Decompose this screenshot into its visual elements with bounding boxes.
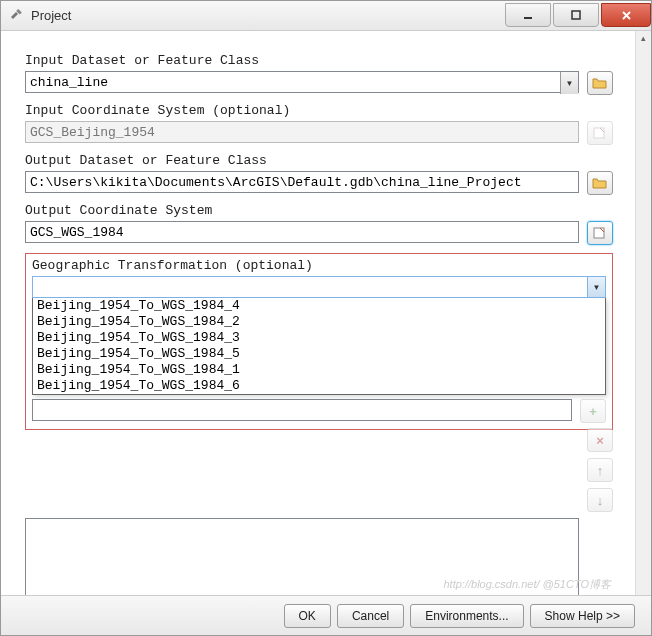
input-dataset-label: Input Dataset or Feature Class: [25, 53, 613, 68]
transform-selected-list[interactable]: [32, 399, 572, 421]
arrow-down-icon: ↓: [597, 493, 604, 508]
chevron-down-icon[interactable]: ▼: [587, 277, 605, 297]
input-cs-label: Input Coordinate System (optional): [25, 103, 613, 118]
dropdown-option[interactable]: Beijing_1954_To_WGS_1984_6: [33, 378, 605, 394]
dropdown-option[interactable]: Beijing_1954_To_WGS_1984_1: [33, 362, 605, 378]
close-button[interactable]: [601, 3, 651, 27]
folder-open-icon: [592, 76, 608, 90]
svg-rect-2: [572, 11, 580, 19]
show-help-button[interactable]: Show Help >>: [530, 604, 635, 628]
output-cs-field[interactable]: [25, 221, 579, 243]
geo-transform-combo[interactable]: ▼ Beijing_1954_To_WGS_1984_4 Beijing_195…: [32, 276, 606, 395]
output-browse-button[interactable]: [587, 171, 613, 195]
content-area: ▴ Input Dataset or Feature Class ▼ In: [1, 31, 651, 595]
title-left: Project: [9, 8, 71, 24]
input-cs-field: [25, 121, 579, 143]
minimize-button[interactable]: [505, 3, 551, 27]
maximize-button[interactable]: [553, 3, 599, 27]
hammer-icon: [9, 8, 25, 24]
output-dataset-group: Output Dataset or Feature Class: [25, 153, 613, 195]
input-cs-properties-button: [587, 121, 613, 145]
titlebar: Project: [1, 1, 651, 31]
environments-button[interactable]: Environments...: [410, 604, 523, 628]
move-down-button: ↓: [587, 488, 613, 512]
output-cs-label: Output Coordinate System: [25, 203, 613, 218]
input-dataset-combo[interactable]: ▼: [25, 71, 579, 95]
cross-icon: ×: [596, 433, 604, 448]
arrow-up-icon: ↑: [597, 463, 604, 478]
geo-transform-section: Geographic Transformation (optional) ▼ B…: [25, 253, 613, 430]
input-dataset-field[interactable]: [25, 71, 579, 93]
geo-transform-dropdown[interactable]: Beijing_1954_To_WGS_1984_4 Beijing_1954_…: [32, 298, 606, 395]
remove-button: ×: [587, 428, 613, 452]
svg-rect-3: [594, 128, 604, 138]
add-button: +: [580, 399, 606, 423]
svg-rect-1: [524, 17, 532, 19]
browse-button[interactable]: [587, 71, 613, 95]
input-dataset-group: Input Dataset or Feature Class ▼: [25, 53, 613, 95]
output-dataset-label: Output Dataset or Feature Class: [25, 153, 613, 168]
transform-listbox[interactable]: [25, 518, 579, 595]
geo-transform-input[interactable]: [32, 276, 606, 298]
vertical-scrollbar[interactable]: ▴: [635, 31, 651, 595]
output-cs-properties-button[interactable]: [587, 221, 613, 245]
chevron-down-icon[interactable]: ▼: [560, 72, 578, 94]
project-dialog: Project ▴ Input Dataset or Feature Class: [0, 0, 652, 636]
input-cs-group: Input Coordinate System (optional): [25, 103, 613, 145]
folder-open-icon: [592, 176, 608, 190]
cancel-button[interactable]: Cancel: [337, 604, 404, 628]
dropdown-option[interactable]: Beijing_1954_To_WGS_1984_2: [33, 314, 605, 330]
properties-icon: [592, 226, 608, 240]
plus-icon: +: [589, 404, 597, 419]
svg-rect-4: [594, 228, 604, 238]
output-dataset-field[interactable]: [25, 171, 579, 193]
dropdown-option[interactable]: Beijing_1954_To_WGS_1984_4: [33, 298, 605, 314]
window-title: Project: [31, 8, 71, 23]
button-bar: OK Cancel Environments... Show Help >>: [1, 595, 651, 635]
dropdown-option[interactable]: Beijing_1954_To_WGS_1984_5: [33, 346, 605, 362]
move-up-button: ↑: [587, 458, 613, 482]
scroll-up-icon[interactable]: ▴: [637, 33, 651, 47]
ok-button[interactable]: OK: [284, 604, 331, 628]
output-cs-group: Output Coordinate System: [25, 203, 613, 245]
dropdown-option[interactable]: Beijing_1954_To_WGS_1984_3: [33, 330, 605, 346]
window-controls: [503, 4, 651, 27]
geo-transform-label: Geographic Transformation (optional): [32, 258, 606, 273]
properties-icon: [592, 126, 608, 140]
